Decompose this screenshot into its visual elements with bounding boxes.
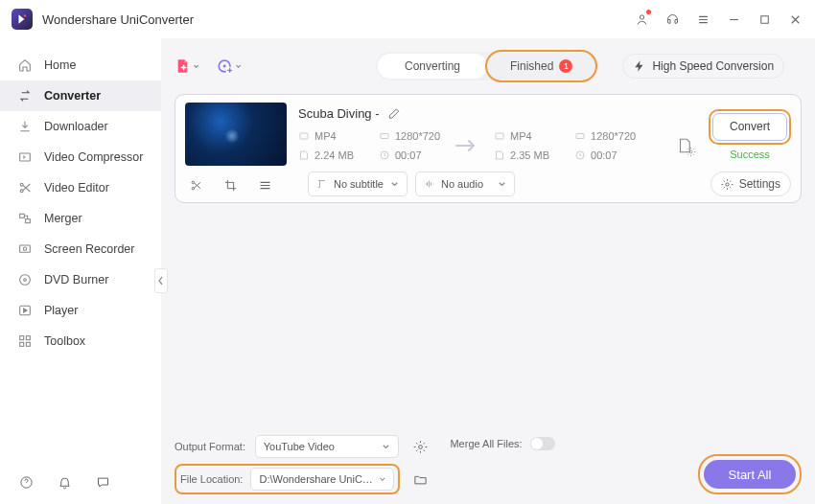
svg-point-33 xyxy=(192,187,195,190)
app-logo xyxy=(12,9,33,30)
sidebar-item-label: Video Compressor xyxy=(44,150,143,164)
effects-icon[interactable] xyxy=(256,176,273,194)
account-icon[interactable] xyxy=(633,11,650,28)
src-size: 2.24 MB xyxy=(298,147,354,164)
output-format-value: YouTube Video xyxy=(264,441,335,452)
src-duration: 00:07 xyxy=(379,147,440,164)
merge-icon xyxy=(17,211,33,226)
svg-point-21 xyxy=(223,65,226,68)
title-bar: Wondershare UniConverter xyxy=(0,0,815,38)
sidebar-item-converter[interactable]: Converter xyxy=(0,80,161,111)
svg-point-32 xyxy=(192,181,195,184)
convert-button[interactable]: Convert xyxy=(712,113,787,141)
start-all-button[interactable]: Start All xyxy=(704,460,796,489)
sidebar-collapse-button[interactable] xyxy=(154,268,168,293)
svg-rect-25 xyxy=(300,133,308,139)
output-format-icon[interactable] xyxy=(676,137,693,154)
disc-icon xyxy=(17,272,33,287)
high-speed-toggle[interactable]: High Speed Conversion xyxy=(622,54,784,79)
minimize-button[interactable] xyxy=(725,11,742,28)
tab-converting[interactable]: Converting xyxy=(378,54,487,79)
compress-icon xyxy=(17,149,33,165)
tab-finished[interactable]: Finished 1 xyxy=(489,54,594,79)
sidebar-item-label: Downloader xyxy=(44,120,108,133)
help-icon[interactable] xyxy=(17,473,35,491)
trim-icon[interactable] xyxy=(187,176,204,194)
sidebar-item-dvd[interactable]: DVD Burner xyxy=(0,264,161,295)
sidebar-item-label: Toolbox xyxy=(44,334,85,348)
file-location-label: File Location: xyxy=(180,473,243,485)
sidebar-item-label: Merger xyxy=(44,212,82,225)
sidebar-item-compressor[interactable]: Video Compressor xyxy=(0,142,161,172)
sidebar: Home Converter Downloader Video Compress… xyxy=(0,38,161,504)
sidebar-item-label: Player xyxy=(44,304,78,317)
status-text: Success xyxy=(730,149,770,160)
grid-icon xyxy=(17,333,33,349)
merge-toggle[interactable] xyxy=(530,437,555,450)
svg-rect-26 xyxy=(381,134,388,139)
arrow-icon xyxy=(448,137,486,154)
menu-icon[interactable] xyxy=(694,11,711,28)
add-file-button[interactable] xyxy=(175,54,199,79)
svg-rect-28 xyxy=(496,133,503,139)
notifications-icon[interactable] xyxy=(56,473,73,491)
scissors-icon xyxy=(17,180,33,195)
svg-point-10 xyxy=(20,275,31,286)
dst-duration: 00:07 xyxy=(574,147,636,164)
svg-rect-15 xyxy=(20,342,24,346)
sidebar-item-label: Converter xyxy=(44,89,101,103)
dst-size: 2.35 MB xyxy=(494,147,549,164)
output-format-label: Output Format: xyxy=(175,441,247,452)
sidebar-item-recorder[interactable]: Screen Recorder xyxy=(0,234,161,264)
video-thumbnail[interactable] xyxy=(185,103,287,166)
svg-point-34 xyxy=(726,182,729,185)
file-location-value: D:\Wondershare UniConverter xyxy=(259,473,378,485)
audio-value: No audio xyxy=(441,178,483,190)
output-settings-icon[interactable] xyxy=(411,438,429,455)
src-format: MP4 xyxy=(298,127,354,145)
svg-rect-8 xyxy=(20,245,31,252)
high-speed-label: High Speed Conversion xyxy=(652,59,774,73)
file-title: Scuba Diving - xyxy=(298,106,380,121)
tab-label: Finished xyxy=(510,59,553,73)
crop-icon[interactable] xyxy=(221,176,239,194)
record-icon xyxy=(17,241,33,257)
audio-select[interactable]: No audio xyxy=(415,172,515,196)
src-resolution: 1280*720 xyxy=(379,127,440,145)
play-icon xyxy=(17,303,33,318)
home-icon xyxy=(17,57,33,73)
edit-title-icon[interactable] xyxy=(387,106,401,120)
svg-point-35 xyxy=(419,445,423,448)
tab-label: Converting xyxy=(405,59,460,73)
subtitle-value: No subtitle xyxy=(334,178,384,190)
svg-rect-14 xyxy=(26,336,30,340)
sidebar-item-toolbox[interactable]: Toolbox xyxy=(0,326,161,356)
settings-label: Settings xyxy=(739,177,780,191)
svg-rect-29 xyxy=(576,134,584,139)
file-location-select[interactable]: D:\Wondershare UniConverter xyxy=(250,468,394,491)
svg-point-9 xyxy=(23,247,26,250)
output-format-select[interactable]: YouTube Video xyxy=(255,435,399,458)
feedback-icon[interactable] xyxy=(94,473,111,491)
sidebar-item-editor[interactable]: Video Editor xyxy=(0,172,161,203)
sidebar-item-label: Screen Recorder xyxy=(44,242,135,256)
support-icon[interactable] xyxy=(664,11,681,28)
download-icon xyxy=(17,119,33,134)
add-dvd-button[interactable] xyxy=(217,54,242,79)
close-button[interactable] xyxy=(786,11,803,28)
sidebar-item-merger[interactable]: Merger xyxy=(0,203,161,234)
converter-icon xyxy=(17,88,33,103)
svg-rect-13 xyxy=(20,336,24,340)
settings-button[interactable]: Settings xyxy=(710,172,791,196)
svg-rect-24 xyxy=(229,68,230,73)
subtitle-select[interactable]: No subtitle xyxy=(308,172,408,196)
sidebar-item-downloader[interactable]: Downloader xyxy=(0,111,161,142)
sidebar-item-home[interactable]: Home xyxy=(0,50,161,80)
svg-rect-2 xyxy=(760,15,768,23)
maximize-button[interactable] xyxy=(756,11,773,28)
sidebar-item-player[interactable]: Player xyxy=(0,295,161,326)
sidebar-item-label: DVD Burner xyxy=(44,273,108,286)
sidebar-item-label: Video Editor xyxy=(44,181,109,195)
svg-rect-19 xyxy=(183,65,184,71)
open-folder-icon[interactable] xyxy=(411,470,429,488)
